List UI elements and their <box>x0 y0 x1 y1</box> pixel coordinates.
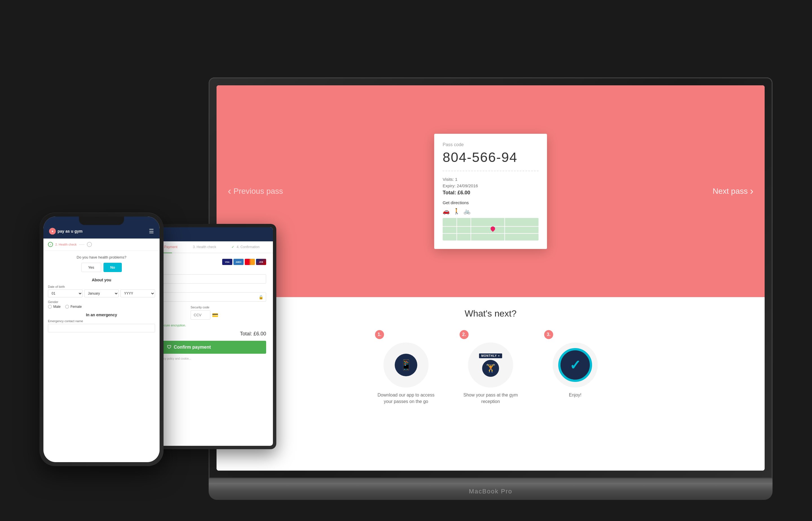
laptop-base: MacBook Pro <box>209 483 772 500</box>
pass-directions-icons: 🚗 🚶 🚲 <box>443 208 538 214</box>
step-3-icon-container <box>553 342 598 387</box>
car-icon: 🚗 <box>443 208 450 214</box>
pass-visits: Visits: 1 <box>443 177 538 182</box>
lock-icon: 🔒 <box>259 295 263 299</box>
pay-icon-phone: ♦ <box>51 229 53 233</box>
gender-label: Gender <box>48 300 155 303</box>
phone-logo-icon: ♦ <box>49 228 56 234</box>
step-1-icon-container: 📱 <box>383 342 429 387</box>
next-pass-button[interactable]: Next pass <box>713 186 754 197</box>
next-steps-container: 1. 📱 Download our app to access your pas… <box>375 330 606 405</box>
next-pass-label: Next pass <box>713 187 748 196</box>
jcb-icon: JCB <box>256 259 266 265</box>
pass-card: Pass code 804-566-94 Visits: 1 Expiry: 2… <box>434 134 547 249</box>
step-1-label: Download our app to access your passes o… <box>375 392 437 405</box>
security-input[interactable] <box>191 310 210 320</box>
laptop-screen: Previous pass Pass code 804-566-94 Visit… <box>216 85 765 471</box>
prev-pass-button[interactable]: Previous pass <box>228 186 283 197</box>
security-label: Security code <box>191 305 266 309</box>
pass-expiry: Expiry: 24/09/2016 <box>443 183 538 188</box>
step-confirm-label: 4. Confirmation <box>237 245 259 249</box>
emergency-section: In an emergency Emergency contact name <box>48 313 155 335</box>
chevron-left-icon <box>228 186 231 197</box>
gender-male-label: Male <box>48 305 61 309</box>
laptop: Previous pass Pass code 804-566-94 Visit… <box>209 77 772 500</box>
step-confirm-check-icon: ✓ <box>232 245 234 249</box>
phone-content: Do you have health problems? Yes No Abou… <box>43 251 159 462</box>
step-2-label: Show your pass at the gym reception <box>460 392 521 405</box>
step-3-check-icon <box>558 348 592 382</box>
next-step-1: 1. 📱 Download our app to access your pas… <box>375 330 437 405</box>
health-btn-group: Yes No <box>48 263 155 272</box>
gender-options: Male Female <box>48 305 155 309</box>
step-health-label: 3. Health check <box>193 245 216 249</box>
phone-step-health: 2. Health check <box>55 243 77 246</box>
whats-next-title: What's next? <box>465 309 516 319</box>
gender-male-text: Male <box>53 305 61 309</box>
phone-steps-bar: ✓ 2. Health check ○ <box>43 239 159 251</box>
laptop-hero: Previous pass Pass code 804-566-94 Visit… <box>216 85 765 297</box>
health-question: Do you have health problems? <box>48 255 155 259</box>
laptop-brand-label: MacBook Pro <box>469 488 512 495</box>
gender-female-radio[interactable] <box>65 305 69 309</box>
security-inputs: 💳 <box>191 310 266 320</box>
phone: ♦ pay as u gym ☰ ✓ 2. Health check ○ <box>40 212 164 466</box>
chevron-right-icon <box>750 186 753 197</box>
phone-notch <box>79 217 124 225</box>
total-label: Total: £6.00 <box>240 331 266 337</box>
emergency-contact-label: Emergency contact name <box>48 319 155 323</box>
card-cvv-icon: 💳 <box>212 312 218 318</box>
emergency-title: In an emergency <box>48 313 155 317</box>
no-button[interactable]: No <box>104 263 122 272</box>
step-2-inner: MONTHLY + 🏋️ <box>479 354 502 377</box>
confirm-btn-label: Confirm payment <box>174 345 211 350</box>
gender-female-text: Female <box>70 305 82 309</box>
amex-icon: AMEX <box>233 259 243 265</box>
shield-icon: 🛡 <box>167 345 171 350</box>
phone-logo: ♦ pay as u gym <box>49 228 83 234</box>
pass-total: Total: £6.00 <box>443 190 538 196</box>
whats-next-section: What's next? 1. 📱 <box>216 297 765 471</box>
security-group: Security code 💳 <box>191 305 266 320</box>
pass-code-label: Pass code <box>443 142 538 147</box>
about-section: About you Date of birth 01 January <box>48 278 155 309</box>
hamburger-icon[interactable]: ☰ <box>149 228 154 234</box>
yes-button[interactable]: Yes <box>81 263 101 272</box>
card-icons: VISA AMEX JCB <box>222 259 266 265</box>
gender-male-radio[interactable] <box>48 305 52 309</box>
dob-day-select[interactable]: 01 <box>48 290 83 297</box>
dob-label: Date of birth <box>48 285 155 288</box>
dumbbell-icon: 🏋️ <box>482 360 499 377</box>
dob-inputs: 01 January YYYY <box>48 290 155 297</box>
visa-icon: VISA <box>222 259 232 265</box>
mastercard-icon <box>245 259 255 265</box>
laptop-app: Previous pass Pass code 804-566-94 Visit… <box>216 85 765 471</box>
prev-pass-label: Previous pass <box>233 187 283 196</box>
pass-directions-label: Get directions <box>443 200 538 205</box>
mobile-icon: 📱 <box>400 359 412 371</box>
pass-card-top: Pass code 804-566-94 <box>443 142 538 171</box>
step-1-number: 1. <box>375 330 384 339</box>
monthly-badge: MONTHLY + <box>479 354 502 358</box>
pass-code-value: 804-566-94 <box>443 150 538 165</box>
phone-app: ♦ pay as u gym ☰ ✓ 2. Health check ○ <box>43 217 159 462</box>
scene: Previous pass Pass code 804-566-94 Visit… <box>40 21 772 500</box>
emergency-contact-input[interactable] <box>48 324 155 332</box>
phone-logo-text: pay as u gym <box>58 229 83 233</box>
step-1-phone-icon: 📱 <box>395 354 417 376</box>
walk-icon: 🚶 <box>453 208 460 214</box>
step-3-label: Enjoy! <box>569 392 581 398</box>
step-3-number: 3. <box>544 330 553 339</box>
tablet-step-health: 3. Health check <box>193 245 216 249</box>
next-step-2: 2. MONTHLY + 🏋️ Show your pass at the gy… <box>460 330 521 405</box>
step-check-icon: ✓ <box>48 242 53 247</box>
tablet-step-confirm: ✓ 4. Confirmation <box>232 245 259 249</box>
dob-year-select[interactable]: YYYY <box>121 290 155 297</box>
dob-month-select[interactable]: January <box>84 290 119 297</box>
about-title: About you <box>48 278 155 282</box>
phone-screen: ♦ pay as u gym ☰ ✓ 2. Health check ○ <box>43 217 159 462</box>
step-3-dot: ○ <box>87 242 92 247</box>
gender-female-label: Female <box>65 305 82 309</box>
phone-body: ♦ pay as u gym ☰ ✓ 2. Health check ○ <box>40 212 164 466</box>
step-2-number: 2. <box>460 330 469 339</box>
